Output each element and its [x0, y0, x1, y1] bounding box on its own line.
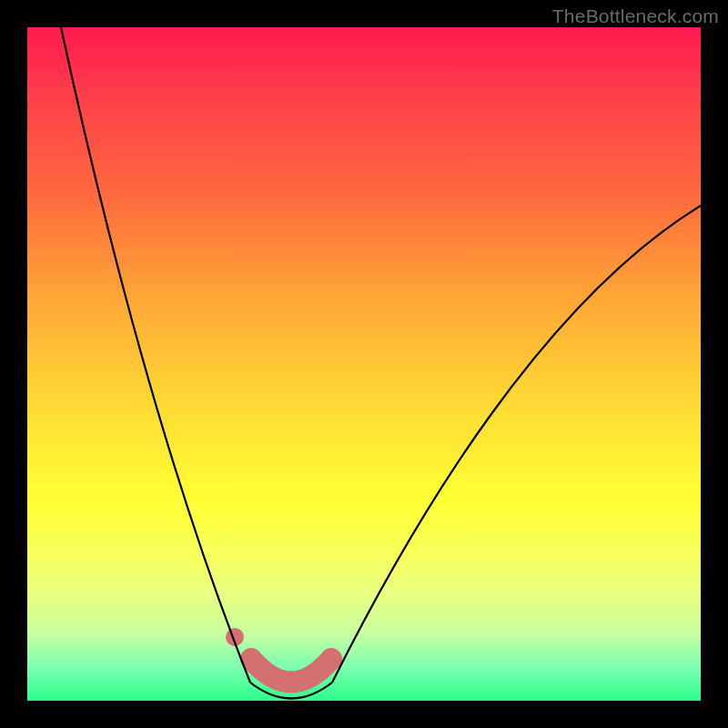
curve-left-branch — [61, 27, 250, 682]
watermark-text: TheBottleneck.com — [552, 5, 719, 27]
bottleneck-curve-svg — [27, 27, 701, 701]
highlight-u-segment — [251, 659, 331, 682]
chart-plot-area — [27, 27, 701, 701]
curve-right-branch — [332, 206, 701, 682]
